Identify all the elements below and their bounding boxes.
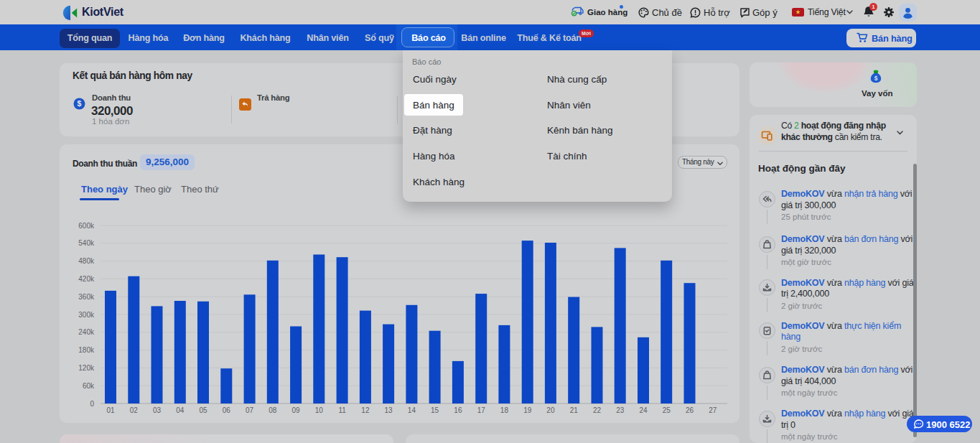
- svg-text:10: 10: [315, 406, 324, 414]
- svg-text:25: 25: [663, 406, 671, 414]
- svg-text:26: 26: [686, 406, 694, 414]
- svg-text:24: 24: [639, 406, 648, 414]
- svg-text:180k: 180k: [78, 346, 95, 354]
- svg-text:08: 08: [269, 406, 277, 414]
- svg-text:60k: 60k: [83, 382, 95, 390]
- svg-text:600k: 600k: [78, 222, 95, 230]
- svg-text:02: 02: [130, 406, 139, 414]
- svg-text:120k: 120k: [78, 364, 95, 372]
- svg-text:360k: 360k: [78, 293, 95, 301]
- svg-text:03: 03: [153, 406, 162, 414]
- svg-text:11: 11: [338, 406, 346, 414]
- svg-text:420k: 420k: [78, 275, 95, 283]
- svg-text:06: 06: [223, 406, 231, 414]
- svg-text:480k: 480k: [78, 257, 95, 265]
- svg-text:12: 12: [361, 406, 370, 414]
- svg-text:22: 22: [593, 406, 602, 414]
- svg-text:21: 21: [570, 406, 579, 414]
- svg-text:04: 04: [176, 406, 185, 414]
- svg-text:17: 17: [477, 406, 486, 414]
- svg-text:13: 13: [385, 406, 393, 414]
- svg-text:27: 27: [709, 406, 717, 414]
- svg-text:300k: 300k: [78, 311, 95, 319]
- svg-text:23: 23: [616, 406, 625, 414]
- svg-text:14: 14: [408, 406, 416, 414]
- svg-text:540k: 540k: [78, 239, 95, 247]
- svg-text:01: 01: [106, 406, 115, 414]
- svg-text:07: 07: [246, 406, 254, 414]
- svg-text:$: $: [874, 75, 878, 82]
- svg-text:15: 15: [431, 406, 439, 414]
- svg-text:240k: 240k: [78, 328, 95, 336]
- svg-text:19: 19: [523, 406, 532, 414]
- svg-text:16: 16: [454, 406, 462, 414]
- svg-text:18: 18: [500, 406, 509, 414]
- svg-text:20: 20: [546, 406, 555, 414]
- svg-text:$: $: [78, 99, 82, 108]
- svg-text:05: 05: [199, 406, 207, 414]
- svg-text:09: 09: [292, 406, 301, 414]
- svg-text:0: 0: [90, 400, 94, 408]
